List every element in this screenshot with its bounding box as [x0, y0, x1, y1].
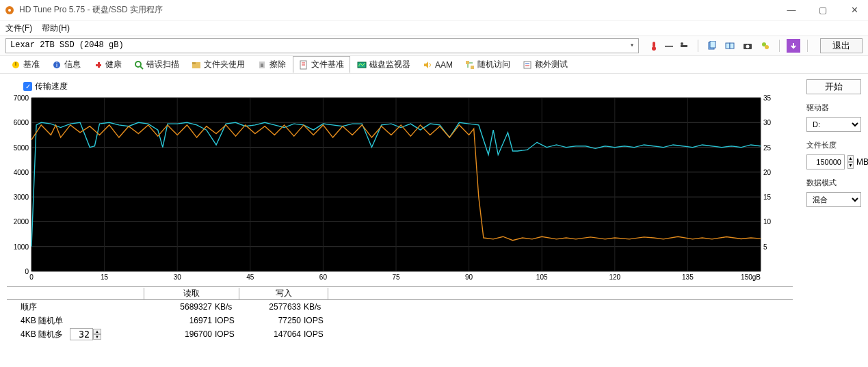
minimize-button[interactable]: —	[782, 5, 801, 15]
menu-help[interactable]: 帮助(H)	[42, 23, 70, 34]
tab-folderusage[interactable]: 文件夹使用	[186, 57, 250, 72]
length-label: 文件长度	[806, 140, 861, 150]
pattern-label: 数据模式	[806, 178, 861, 188]
temp-settings-icon[interactable]	[677, 39, 691, 53]
svg-rect-2	[653, 42, 655, 47]
svg-point-18	[135, 62, 141, 67]
transfer-label: 传输速度	[35, 81, 68, 92]
qd-up[interactable]: ▲	[93, 329, 101, 334]
tab-info[interactable]: i信息	[47, 57, 86, 72]
drive-select[interactable]: D:	[806, 117, 861, 132]
svg-text:35: 35	[763, 94, 772, 102]
svg-rect-23	[261, 64, 263, 67]
svg-text:3000: 3000	[14, 193, 29, 201]
screenshot-icon[interactable]	[741, 39, 754, 53]
length-up[interactable]: ▲	[847, 155, 854, 162]
menu-file[interactable]: 文件(F)	[5, 23, 32, 34]
tab-filebench[interactable]: 文件基准	[293, 56, 350, 73]
close-button[interactable]: ✕	[845, 5, 864, 15]
svg-rect-7	[710, 41, 715, 48]
svg-point-1	[8, 9, 11, 12]
svg-rect-28	[466, 61, 469, 64]
tab-erase[interactable]: 擦除	[252, 57, 291, 72]
svg-text:5: 5	[763, 243, 767, 251]
svg-text:ms: ms	[750, 97, 759, 105]
svg-text:4000: 4000	[14, 169, 29, 176]
svg-line-19	[140, 66, 143, 69]
svg-rect-4	[681, 45, 687, 47]
svg-rect-8	[726, 43, 730, 49]
svg-rect-9	[730, 43, 734, 49]
svg-text:0: 0	[25, 268, 29, 275]
menubar: 文件(F) 帮助(H)	[0, 21, 868, 36]
tab-diskmonitor[interactable]: 磁盘监视器	[352, 57, 416, 72]
length-unit: MB	[856, 157, 868, 167]
svg-point-13	[765, 45, 769, 49]
tab-extratests[interactable]: 额外测试	[517, 57, 573, 72]
svg-text:135: 135	[682, 273, 694, 281]
chart-svg: 0100020003000400050006000700001530456075…	[7, 94, 781, 284]
main-panel: ✓ 传输速度 010002000300040005000600070000153…	[0, 74, 800, 367]
svg-text:75: 75	[392, 273, 400, 281]
tab-health[interactable]: 健康	[88, 57, 127, 72]
svg-text:15: 15	[763, 193, 772, 201]
copy-all-icon[interactable]	[723, 39, 737, 53]
start-button[interactable]: 开始	[806, 79, 861, 94]
tab-randomaccess[interactable]: 随机访问	[460, 57, 516, 72]
svg-text:45: 45	[246, 273, 254, 281]
tab-errorscan[interactable]: 错误扫描	[129, 57, 185, 72]
qd-down[interactable]: ▼	[93, 334, 101, 340]
row-4k-single: 4KB 随机单 16971IOPS 77250IOPS	[7, 314, 793, 327]
svg-text:30: 30	[763, 119, 772, 126]
length-down[interactable]: ▼	[847, 162, 854, 169]
svg-text:7000: 7000	[14, 94, 29, 102]
benchmark-chart: 0100020003000400050006000700001530456075…	[7, 94, 793, 284]
temperature-icon[interactable]	[647, 39, 661, 53]
row-sequential: 顺序 5689327KB/s 2577633KB/s	[7, 300, 793, 314]
svg-rect-29	[471, 66, 474, 69]
device-row: Lexar 2TB SSD (2048 gB) — 退出	[0, 36, 868, 56]
save-icon[interactable]	[787, 39, 800, 53]
pattern-select[interactable]: 混合	[806, 192, 861, 207]
svg-rect-30	[524, 62, 531, 68]
drive-label: 驱动器	[806, 103, 861, 113]
svg-point-11	[746, 45, 750, 49]
tab-benchmark[interactable]: 基准	[5, 57, 45, 72]
svg-point-3	[652, 46, 656, 51]
copy-info-icon[interactable]	[705, 39, 719, 53]
svg-text:MB/s: MB/s	[34, 97, 50, 105]
svg-text:10: 10	[763, 218, 772, 226]
svg-text:150gB: 150gB	[741, 273, 761, 281]
svg-text:30: 30	[174, 273, 182, 281]
svg-text:2000: 2000	[14, 218, 29, 226]
temp-dash: —	[665, 41, 673, 51]
svg-text:60: 60	[319, 273, 328, 281]
transfer-checkbox[interactable]: ✓	[23, 82, 32, 91]
svg-rect-21	[192, 62, 196, 64]
svg-text:20: 20	[763, 169, 772, 176]
svg-text:5000: 5000	[14, 144, 29, 152]
svg-text:6000: 6000	[14, 119, 29, 126]
svg-text:90: 90	[465, 273, 473, 281]
queue-depth-input[interactable]	[70, 328, 93, 340]
svg-rect-15	[15, 62, 16, 66]
svg-text:120: 120	[609, 273, 620, 281]
svg-text:i: i	[56, 62, 57, 68]
svg-text:1000: 1000	[14, 243, 29, 251]
svg-text:105: 105	[536, 273, 548, 281]
results-table: 读取 写入 顺序 5689327KB/s 2577633KB/s 4KB 随机单…	[7, 286, 793, 341]
length-input[interactable]	[806, 154, 845, 169]
row-4k-multi: 4KB 随机多 ▲▼ 196700IOPS 147064IOPS	[7, 327, 793, 341]
titlebar: HD Tune Pro 5.75 - 硬盘/SSD 实用程序 — ▢ ✕	[0, 0, 868, 21]
svg-text:25: 25	[763, 144, 772, 152]
window-title: HD Tune Pro 5.75 - 硬盘/SSD 实用程序	[19, 4, 782, 16]
tab-aam[interactable]: AAM	[417, 58, 458, 72]
maximize-button[interactable]: ▢	[813, 5, 832, 15]
exit-button[interactable]: 退出	[820, 38, 863, 53]
tabs-bar: 基准 i信息 健康 错误扫描 文件夹使用 擦除 文件基准 磁盘监视器 AAM 随…	[0, 56, 868, 74]
col-read: 读取	[144, 288, 239, 299]
svg-text:15: 15	[101, 273, 109, 281]
link-icon[interactable]	[759, 39, 772, 53]
col-write: 写入	[239, 288, 328, 299]
device-select[interactable]: Lexar 2TB SSD (2048 gB)	[5, 38, 639, 53]
